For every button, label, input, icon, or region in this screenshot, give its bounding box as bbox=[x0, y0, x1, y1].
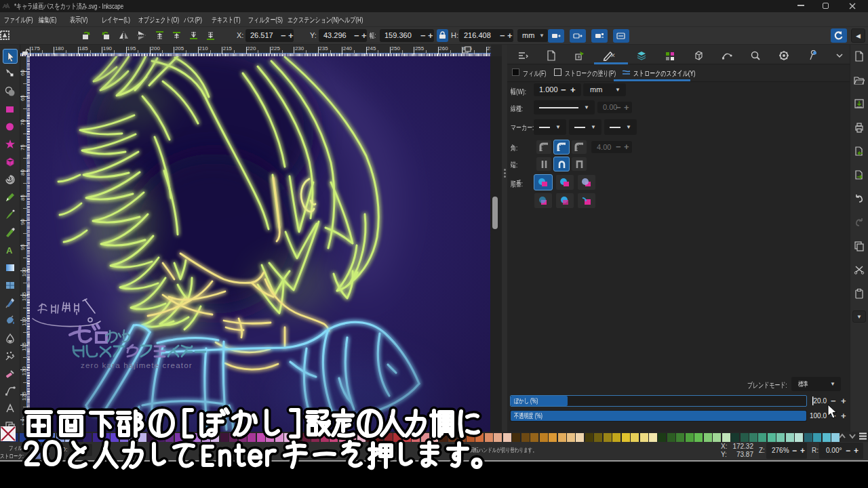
svg-text:A: A bbox=[6, 245, 13, 256]
